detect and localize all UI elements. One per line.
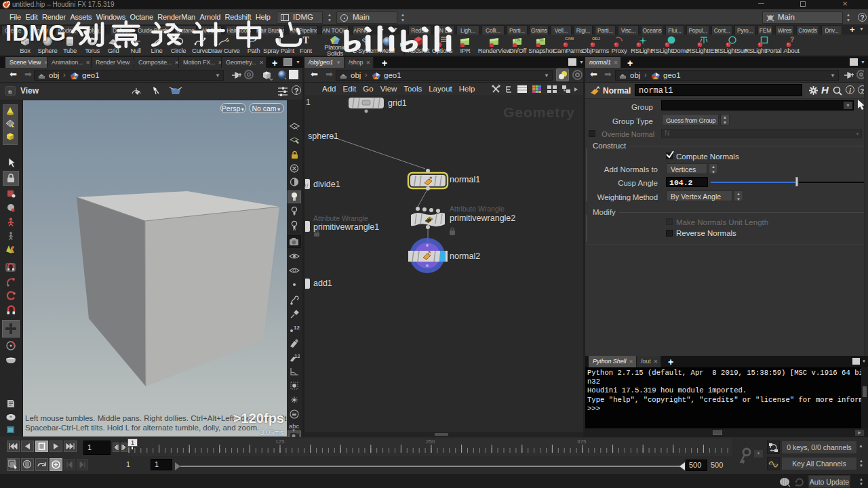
svg-text:?: ? bbox=[790, 36, 794, 43]
svg-text:OBJ: OBJ bbox=[592, 37, 599, 41]
svg-text:12: 12 bbox=[294, 325, 300, 331]
svg-text:SN: SN bbox=[539, 38, 544, 42]
svg-text:ON: ON bbox=[515, 38, 521, 42]
svg-text:12: 12 bbox=[294, 353, 300, 359]
svg-text:CAM: CAM bbox=[565, 37, 574, 41]
